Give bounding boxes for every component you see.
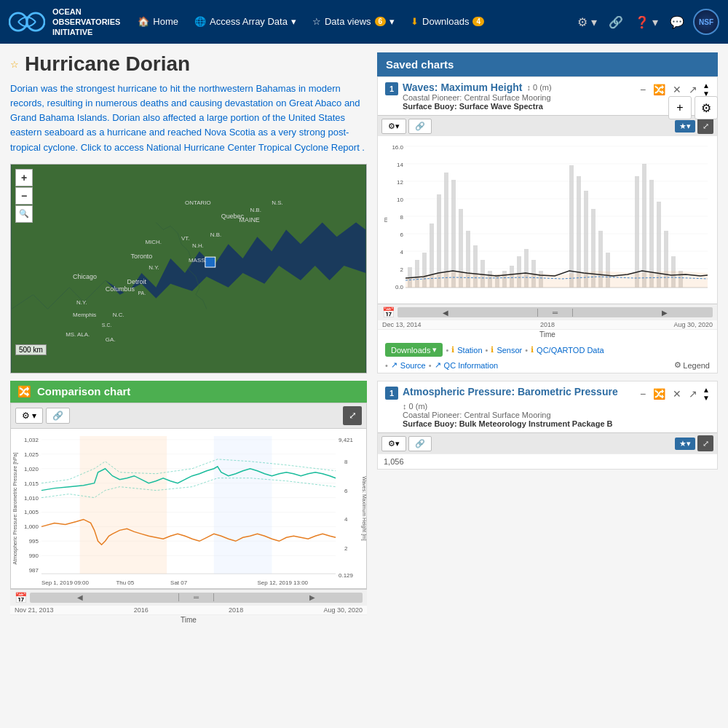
chart1-shuffle-btn[interactable]: 🔀 bbox=[651, 82, 668, 97]
svg-text:10: 10 bbox=[397, 197, 403, 203]
svg-text:N.C.: N.C. bbox=[113, 311, 124, 317]
qcinfo-icon: ↗ bbox=[435, 360, 441, 370]
chart1-qcinfo-link[interactable]: QC Information bbox=[444, 361, 499, 370]
map-zoom-out[interactable]: − bbox=[15, 187, 33, 205]
home-icon: 🏠 bbox=[138, 16, 149, 27]
chat-nav-btn[interactable]: 💬 bbox=[667, 12, 687, 32]
svg-text:N.H.: N.H. bbox=[192, 242, 204, 249]
saved-charts-header: Saved charts bbox=[377, 52, 718, 76]
chart-card-2-info: Atmospheric Pressure: Barometric Pressur… bbox=[403, 386, 633, 428]
svg-text:1,005: 1,005 bbox=[24, 509, 39, 515]
star-nav-icon: ☆ bbox=[312, 16, 321, 27]
chart1-svg: 16.0 14 12 10 8 6 4 2 0.0 m bbox=[378, 136, 717, 304]
chart2-close-btn[interactable]: ✕ bbox=[670, 387, 684, 401]
svg-text:N.B.: N.B. bbox=[210, 232, 221, 238]
chart1-actions: − 🔀 ✕ ↗ ▲ ▼ bbox=[638, 82, 710, 98]
svg-text:0.0: 0.0 bbox=[395, 284, 404, 290]
chart1-reorder[interactable]: ▲ ▼ bbox=[703, 82, 710, 98]
chart1-expand-btn[interactable]: ⤢ bbox=[697, 118, 713, 134]
station-icon: ℹ bbox=[451, 345, 454, 355]
chart1-settings-btn[interactable]: ⚙▾ bbox=[381, 119, 406, 134]
svg-text:8: 8 bbox=[400, 214, 404, 221]
chart1-minus-btn[interactable]: − bbox=[638, 82, 648, 97]
chart2-shuffle-btn[interactable]: 🔀 bbox=[651, 387, 668, 401]
chart2-title: Atmospheric Pressure: Barometric Pressur… bbox=[403, 386, 618, 397]
chart2-actions: − 🔀 ✕ ↗ ▲ ▼ bbox=[638, 386, 710, 402]
nav-dataviews[interactable]: ☆ Data views 6 ▾ bbox=[305, 12, 402, 31]
svg-text:Sep 12, 2019 13:00: Sep 12, 2019 13:00 bbox=[258, 579, 309, 586]
settings-nav-btn[interactable]: ⚙ ▾ bbox=[574, 12, 599, 32]
map-zoom-in[interactable]: + bbox=[15, 169, 33, 186]
navbar-left: OCEAN OBSERVATORIES INITIATIVE 🏠 Home 🌐 … bbox=[9, 7, 491, 38]
svg-text:N.S.: N.S. bbox=[272, 199, 282, 205]
chart2-settings-btn[interactable]: ⚙▾ bbox=[381, 436, 406, 451]
chart-card-1-info: Waves: Maximum Height ↕ 0 (m) Coastal Pi… bbox=[403, 82, 552, 111]
chart1-star-btn[interactable]: ★▾ bbox=[675, 120, 695, 132]
favorite-star-icon[interactable]: ☆ bbox=[10, 59, 19, 70]
main-content: ☆ Hurricane Dorian Dorian was the strong… bbox=[0, 44, 728, 728]
dataviews-badge: 6 bbox=[375, 17, 387, 26]
chart2-unlink-btn[interactable]: 🔗 bbox=[408, 436, 432, 451]
add-page-btn[interactable]: + bbox=[668, 96, 692, 119]
chart1-source-link[interactable]: Source bbox=[400, 361, 426, 370]
chart2-expand-btn[interactable]: ⤢ bbox=[697, 435, 713, 451]
share-nav-btn[interactable]: 🔗 bbox=[606, 12, 626, 32]
map-locate[interactable]: 🔍 bbox=[15, 205, 33, 223]
svg-text:6: 6 bbox=[344, 487, 348, 494]
page-title: Hurricane Dorian bbox=[25, 52, 190, 76]
unlink-icon: 🔗 bbox=[52, 411, 63, 421]
svg-text:MS. ALA.: MS. ALA. bbox=[66, 331, 90, 338]
svg-text:6: 6 bbox=[400, 232, 404, 238]
help-nav-btn[interactable]: ❓ ▾ bbox=[632, 12, 661, 32]
svg-rect-99 bbox=[577, 176, 581, 288]
svg-text:995: 995 bbox=[29, 538, 39, 545]
chart-expand-btn[interactable]: ⤢ bbox=[343, 406, 362, 425]
nav-access-array[interactable]: 🌐 Access Array Data ▾ bbox=[187, 12, 304, 31]
svg-rect-54 bbox=[80, 436, 167, 574]
svg-text:Memphis: Memphis bbox=[73, 311, 96, 317]
logo: OCEAN OBSERVATORIES INITIATIVE bbox=[9, 7, 120, 38]
chart2-source1: Coastal Pioneer: Central Surface Mooring bbox=[403, 411, 633, 419]
svg-text:VT.: VT. bbox=[181, 235, 189, 242]
map-container[interactable]: + − 🔍 Quebec ONTARIO N.B. N.S. bbox=[10, 164, 367, 373]
right-column: Saved charts 1 Waves: Maximum Height ↕ 0… bbox=[377, 52, 718, 719]
svg-text:S.C.: S.C. bbox=[102, 323, 112, 328]
nav-downloads[interactable]: ⬇ Downloads 4 bbox=[403, 12, 491, 31]
svg-text:1,032: 1,032 bbox=[24, 437, 39, 443]
svg-text:Toronto: Toronto bbox=[131, 253, 153, 260]
nsf-badge: NSF bbox=[693, 9, 719, 35]
chart2-star-btn[interactable]: ★▾ bbox=[675, 438, 695, 450]
chart1-sensor-link[interactable]: Sensor bbox=[496, 346, 522, 355]
left-column: ☆ Hurricane Dorian Dorian was the strong… bbox=[10, 52, 367, 719]
svg-text:MAINE: MAINE bbox=[240, 216, 260, 223]
chart2-export-btn[interactable]: ↗ bbox=[687, 387, 700, 401]
chart2-minus-btn[interactable]: − bbox=[638, 387, 648, 401]
navbar: OCEAN OBSERVATORIES INITIATIVE 🏠 Home 🌐 … bbox=[0, 0, 728, 44]
chart2-reorder[interactable]: ▲ ▼ bbox=[703, 386, 710, 402]
chart1-legend-btn[interactable]: ⚙ Legend bbox=[674, 360, 710, 370]
svg-text:N.Y.: N.Y. bbox=[149, 264, 159, 271]
chart1-export-btn[interactable]: ↗ bbox=[687, 82, 700, 97]
svg-text:4: 4 bbox=[344, 516, 348, 523]
svg-text:990: 990 bbox=[29, 553, 39, 559]
chart1-station-link[interactable]: Station bbox=[457, 346, 482, 355]
svg-text:Atmospheric Pressure: Barometr: Atmospheric Pressure: Barometric Pressur… bbox=[12, 452, 18, 564]
chart-unlink-btn[interactable]: 🔗 bbox=[46, 408, 70, 424]
chart1-unlink-btn[interactable]: 🔗 bbox=[408, 119, 432, 134]
svg-text:Sat 07: Sat 07 bbox=[170, 579, 188, 586]
comparison-time-center: Time bbox=[10, 614, 367, 625]
settings-page-btn[interactable]: ⚙ bbox=[695, 96, 718, 119]
comparison-time-labels: Nov 21, 2013 2016 2018 Aug 30, 2020 bbox=[10, 606, 367, 614]
svg-text:8: 8 bbox=[344, 458, 348, 464]
chart1-close-btn[interactable]: ✕ bbox=[670, 82, 684, 97]
svg-text:Chicago: Chicago bbox=[73, 273, 97, 280]
svg-text:PA.: PA. bbox=[138, 290, 146, 295]
chart1-qc-link[interactable]: QC/QARTOD Data bbox=[537, 346, 604, 355]
nav-home[interactable]: 🏠 Home bbox=[130, 12, 186, 31]
svg-text:Detroit: Detroit bbox=[127, 278, 147, 285]
downloads-badge: 4 bbox=[472, 17, 484, 26]
chart-settings-btn[interactable]: ⚙▾ bbox=[15, 408, 43, 424]
chart1-time-labels: Dec 13, 2014 2018 Aug 30, 2020 bbox=[378, 320, 717, 329]
chart1-downloads-btn[interactable]: Downloads▾ bbox=[385, 343, 443, 357]
chart-card-2-header: 1 Atmospheric Pressure: Barometric Press… bbox=[378, 381, 717, 432]
